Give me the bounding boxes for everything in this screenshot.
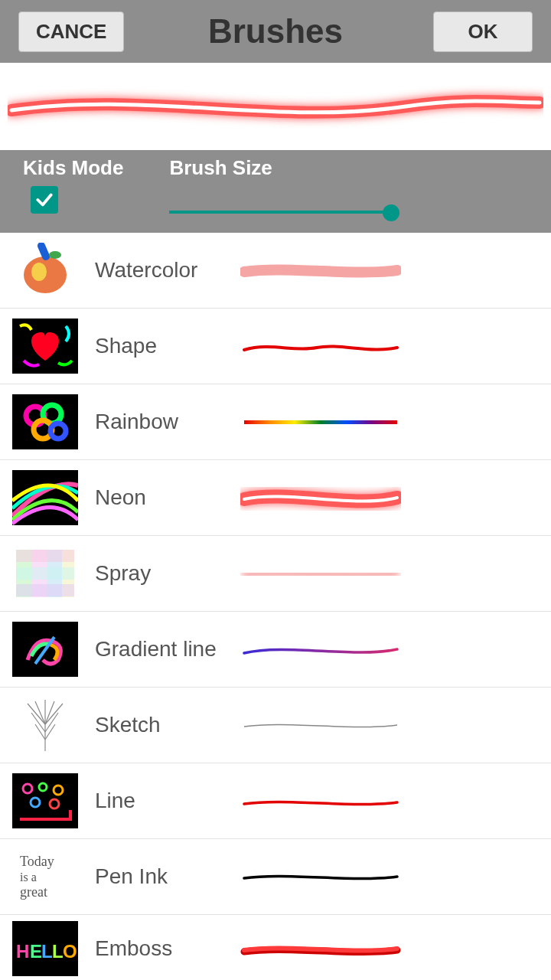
brush-sample-watercolor	[240, 255, 401, 286]
kids-mode-control: Kids Mode	[23, 156, 123, 214]
rainbow-icon	[12, 394, 78, 449]
brush-thumb-line	[12, 773, 78, 828]
brush-thumb-rainbow	[12, 394, 78, 449]
kids-mode-checkbox[interactable]	[31, 186, 58, 214]
svg-text:Today: Today	[20, 854, 54, 869]
brush-size-slider[interactable]	[169, 197, 391, 227]
brush-sample-penink	[240, 861, 401, 892]
brush-row-spray[interactable]: Spray	[0, 536, 551, 612]
brush-preview	[0, 63, 551, 150]
svg-text:L: L	[52, 941, 64, 962]
svg-point-1	[31, 263, 47, 281]
brush-size-label: Brush Size	[169, 156, 528, 180]
brush-row-watercolor[interactable]: Watercolor	[0, 233, 551, 309]
brush-sample-line	[240, 786, 401, 816]
brush-thumb-penink: Today is a great	[12, 849, 78, 904]
brush-row-shape[interactable]: Shape	[0, 309, 551, 384]
svg-text:great: great	[20, 884, 47, 900]
svg-point-2	[49, 251, 61, 259]
shape-icon	[12, 318, 78, 374]
neon-icon	[12, 470, 78, 525]
brush-row-rainbow[interactable]: Rainbow	[0, 384, 551, 460]
svg-text:O: O	[63, 941, 77, 962]
penink-icon: Today is a great	[12, 849, 78, 904]
slider-track	[169, 211, 391, 214]
gradient-icon	[12, 622, 78, 677]
slider-thumb[interactable]	[383, 204, 399, 221]
svg-rect-17	[16, 584, 74, 596]
page-title: Brushes	[208, 12, 343, 51]
brush-row-penink[interactable]: Today is a great Pen Ink	[0, 839, 551, 915]
ok-button[interactable]: OK	[433, 11, 533, 52]
kids-mode-label: Kids Mode	[23, 156, 123, 180]
emboss-icon: H E L L O	[12, 921, 78, 976]
brush-label: Spray	[95, 561, 240, 586]
svg-text:E: E	[30, 941, 42, 962]
brush-sample-spray	[240, 558, 401, 589]
svg-rect-15	[16, 550, 74, 562]
brush-label: Neon	[95, 485, 240, 510]
brush-label: Pen Ink	[95, 864, 240, 889]
brush-sample-gradient	[240, 634, 401, 665]
line-icon	[12, 773, 78, 828]
brush-label: Sketch	[95, 713, 240, 737]
brush-sample-shape	[240, 331, 401, 361]
brush-row-line[interactable]: Line	[0, 763, 551, 839]
preview-stroke-icon	[8, 83, 543, 129]
brush-thumb-watercolor	[12, 243, 78, 298]
brush-row-neon[interactable]: Neon	[0, 460, 551, 536]
brush-row-sketch[interactable]: Sketch	[0, 688, 551, 763]
brush-thumb-shape	[12, 318, 78, 374]
cancel-button[interactable]: CANCE	[18, 11, 124, 52]
brush-label: Gradient line	[95, 637, 240, 662]
brush-thumb-emboss: H E L L O	[12, 921, 78, 976]
brush-thumb-neon	[12, 470, 78, 525]
sketch-icon	[12, 697, 78, 753]
brush-row-gradient[interactable]: Gradient line	[0, 612, 551, 688]
brush-thumb-sketch	[12, 697, 78, 753]
brush-size-control: Brush Size	[169, 156, 528, 227]
watercolor-icon	[12, 243, 78, 298]
svg-text:H: H	[16, 941, 29, 962]
svg-text:L: L	[41, 941, 53, 962]
brush-label: Line	[95, 789, 240, 813]
svg-rect-9	[244, 420, 397, 424]
brush-list: Watercolor Shape	[0, 233, 551, 980]
svg-rect-16	[16, 567, 74, 580]
brush-row-emboss[interactable]: H E L L O Emboss	[0, 915, 551, 980]
brush-label: Shape	[95, 334, 240, 358]
brush-sample-emboss	[240, 933, 401, 964]
header: CANCE Brushes OK	[0, 0, 551, 63]
svg-text:is a: is a	[20, 871, 37, 884]
brush-label: Rainbow	[95, 410, 240, 434]
controls-bar: Kids Mode Brush Size	[0, 150, 551, 233]
check-icon	[34, 190, 54, 210]
brush-thumb-spray	[12, 546, 78, 601]
brush-label: Watercolor	[95, 258, 240, 283]
spray-icon	[12, 546, 78, 601]
brush-sample-rainbow	[240, 407, 401, 437]
brush-sample-neon	[240, 482, 401, 513]
brush-label: Emboss	[95, 936, 240, 961]
brush-sample-sketch	[240, 710, 401, 740]
brush-thumb-gradient	[12, 622, 78, 677]
